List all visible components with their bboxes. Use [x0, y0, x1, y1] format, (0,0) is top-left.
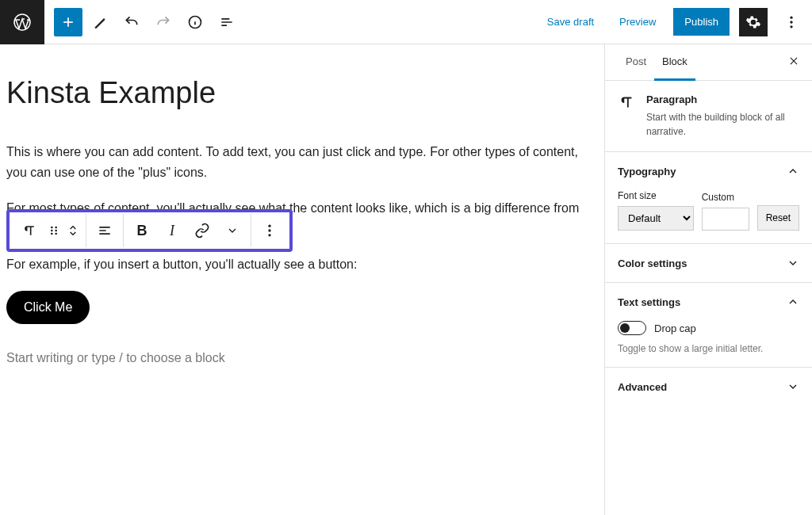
close-sidebar-button[interactable] [788, 44, 799, 80]
empty-block-placeholder[interactable]: Start writing or type / to choose a bloc… [6, 348, 593, 368]
block-name: Paragraph [646, 93, 799, 105]
svg-point-4 [790, 25, 792, 28]
block-description: Start with the building block of all nar… [646, 110, 799, 139]
svg-point-9 [55, 230, 57, 232]
svg-point-11 [268, 225, 270, 227]
tools-button[interactable] [86, 8, 114, 36]
settings-sidebar: Post Block Paragraph Start with the buil… [604, 44, 812, 515]
paragraph-icon [618, 93, 635, 139]
svg-point-8 [55, 227, 57, 229]
add-block-button[interactable] [54, 8, 82, 36]
preview-button[interactable]: Preview [611, 11, 664, 32]
font-size-select[interactable]: Default [618, 206, 694, 231]
paragraph-block[interactable]: This is where you can add content. To ad… [6, 142, 593, 182]
italic-button[interactable]: I [157, 214, 187, 247]
typography-panel-toggle[interactable]: Typography [605, 152, 812, 190]
paragraph-block[interactable]: For example, if you insert a button, you… [6, 254, 593, 275]
text-settings-panel: Text settings Drop cap Toggle to show a … [605, 282, 812, 367]
drag-handle[interactable] [44, 214, 63, 247]
block-toolbar: B I [6, 209, 293, 252]
reset-button[interactable]: Reset [757, 205, 799, 231]
move-buttons[interactable] [63, 214, 82, 247]
drop-cap-toggle[interactable] [618, 321, 646, 335]
svg-point-12 [268, 229, 270, 231]
outline-button[interactable] [213, 8, 241, 36]
main-area: Kinsta Example This is where you can add… [0, 44, 812, 515]
sidebar-tabs: Post Block [605, 44, 812, 81]
advanced-panel-toggle[interactable]: Advanced [605, 368, 812, 406]
drop-cap-label: Drop cap [654, 322, 696, 334]
align-button[interactable] [90, 214, 120, 247]
more-formatting-button[interactable] [217, 214, 247, 247]
svg-point-2 [790, 16, 792, 18]
toolbar-left [44, 8, 241, 36]
post-content: This is where you can add content. To ad… [6, 142, 604, 368]
block-info: Paragraph Start with the building block … [605, 81, 812, 151]
svg-point-5 [51, 227, 53, 229]
chevron-down-icon [787, 380, 799, 393]
svg-point-7 [51, 233, 53, 235]
undo-button[interactable] [117, 8, 146, 36]
save-draft-button[interactable]: Save draft [539, 11, 602, 32]
svg-point-10 [55, 233, 57, 235]
toolbar-right: Save draft Preview Publish [539, 8, 812, 36]
custom-size-input[interactable] [702, 208, 749, 231]
text-settings-panel-toggle[interactable]: Text settings [605, 283, 812, 321]
editor-canvas[interactable]: Kinsta Example This is where you can add… [0, 44, 604, 515]
button-block[interactable]: Click Me [6, 291, 90, 324]
wordpress-logo[interactable] [0, 0, 44, 44]
drop-cap-hint: Toggle to show a large initial letter. [618, 343, 799, 354]
block-type-button[interactable] [14, 214, 44, 247]
color-panel-toggle[interactable]: Color settings [605, 244, 812, 282]
publish-button[interactable]: Publish [673, 8, 730, 36]
tab-block[interactable]: Block [654, 44, 695, 81]
tab-post[interactable]: Post [618, 44, 654, 80]
block-more-button[interactable] [255, 214, 285, 247]
bold-button[interactable]: B [127, 214, 157, 247]
svg-point-3 [790, 21, 792, 23]
info-button[interactable] [181, 8, 209, 36]
settings-button[interactable] [739, 8, 768, 36]
svg-point-13 [268, 234, 270, 236]
top-toolbar: Save draft Preview Publish [0, 0, 812, 44]
chevron-up-icon [787, 296, 799, 308]
font-size-label: Font size [618, 190, 694, 201]
typography-panel: Typography Font size Default Custom Rese… [605, 151, 812, 243]
redo-button[interactable] [149, 8, 178, 36]
chevron-down-icon [787, 257, 799, 269]
advanced-panel: Advanced [605, 367, 812, 406]
link-button[interactable] [187, 214, 217, 247]
color-panel: Color settings [605, 243, 812, 282]
chevron-up-icon [787, 165, 799, 177]
custom-size-label: Custom [702, 192, 749, 203]
post-title[interactable]: Kinsta Example [6, 76, 604, 110]
more-options-button[interactable] [777, 8, 806, 36]
svg-point-6 [51, 230, 53, 232]
